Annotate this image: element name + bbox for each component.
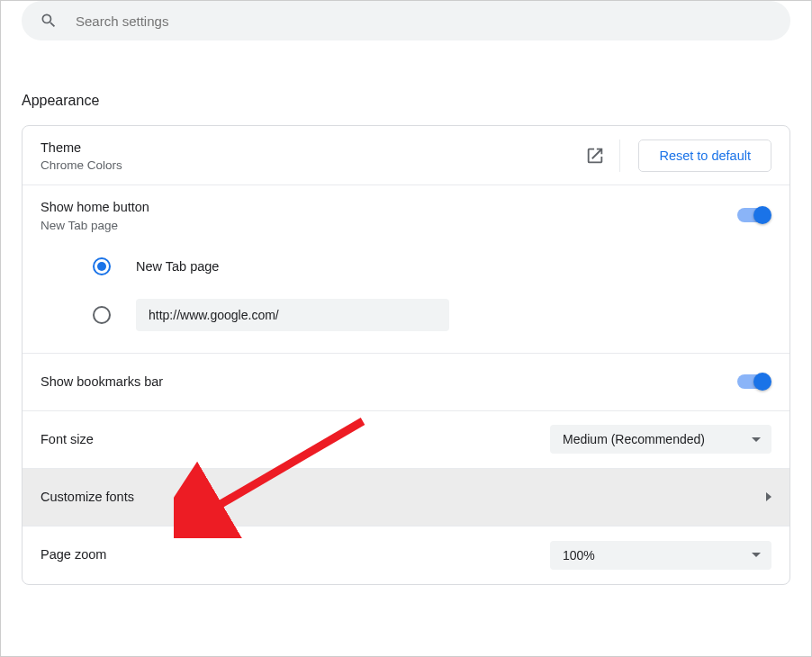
- show-home-button-row: Show home button New Tab page: [23, 185, 789, 244]
- page-zoom-label: Page zoom: [41, 545, 550, 563]
- show-home-button-label: Show home button: [41, 198, 737, 216]
- radio-icon: [93, 257, 111, 275]
- home-url-input[interactable]: [136, 299, 449, 331]
- search-bar[interactable]: [22, 1, 790, 40]
- radio-custom-url[interactable]: [93, 299, 771, 331]
- show-bookmarks-bar-row: Show bookmarks bar: [23, 354, 789, 411]
- show-bookmarks-toggle[interactable]: [737, 374, 770, 389]
- radio-new-tab-label: New Tab page: [136, 259, 219, 274]
- chevron-right-icon: [766, 492, 771, 501]
- show-home-button-toggle[interactable]: [737, 208, 770, 222]
- customize-fonts-label: Customize fonts: [41, 488, 766, 506]
- page-zoom-value: 100%: [563, 548, 595, 562]
- reset-to-default-button[interactable]: Reset to default: [638, 140, 771, 172]
- theme-label: Theme: [41, 139, 585, 157]
- font-size-value: Medium (Recommended): [563, 432, 705, 446]
- section-title-appearance: Appearance: [22, 93, 790, 109]
- radio-icon: [93, 306, 111, 324]
- search-input[interactable]: [76, 14, 772, 29]
- appearance-card: Theme Chrome Colors Reset to default Sho…: [22, 125, 790, 585]
- chevron-down-icon: [752, 437, 761, 442]
- show-bookmarks-label: Show bookmarks bar: [41, 373, 737, 391]
- page-zoom-row: Page zoom 100%: [23, 526, 789, 584]
- customize-fonts-row[interactable]: Customize fonts: [23, 469, 789, 526]
- font-size-row: Font size Medium (Recommended): [23, 411, 789, 469]
- home-button-options: New Tab page: [23, 245, 789, 354]
- theme-row[interactable]: Theme Chrome Colors Reset to default: [23, 126, 789, 185]
- search-icon: [40, 12, 58, 30]
- divider: [619, 140, 620, 172]
- chevron-down-icon: [752, 553, 761, 557]
- page-zoom-dropdown[interactable]: 100%: [550, 541, 771, 570]
- open-in-new-icon[interactable]: [585, 146, 605, 166]
- font-size-label: Font size: [41, 430, 550, 448]
- theme-sublabel: Chrome Colors: [41, 158, 585, 172]
- show-home-button-sublabel: New Tab page: [41, 219, 737, 232]
- radio-new-tab-page[interactable]: New Tab page: [93, 257, 771, 275]
- font-size-dropdown[interactable]: Medium (Recommended): [550, 425, 771, 454]
